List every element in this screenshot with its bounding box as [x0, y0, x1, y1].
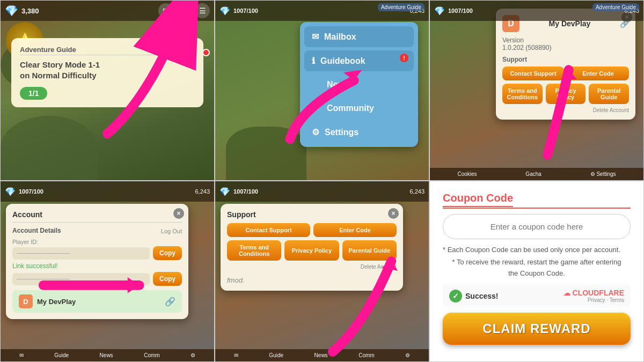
- enter-code-button[interactable]: Enter Code: [567, 67, 629, 80]
- p5-guide-link[interactable]: Guide: [269, 352, 283, 358]
- success-badge: ✓ Success!: [449, 290, 498, 302]
- claim-reward-button[interactable]: CLAIM REWARD: [443, 313, 631, 345]
- panel-menu: 💎 1007/100 6,243 Adventure Guide ✉ Mailb…: [215, 0, 429, 181]
- success-row: ✓ Success! ☁ CLOUDFLARE Privacy · Terms: [443, 284, 631, 307]
- p4-news-link[interactable]: News: [100, 352, 113, 358]
- news-menu-item[interactable]: News: [304, 75, 414, 95]
- cloudflare-block: ☁ CLOUDFLARE Privacy · Terms: [564, 289, 624, 303]
- parental-btn2[interactable]: Parental Guide: [342, 240, 397, 261]
- panel5-bottom-bar: ✉ Guide News Comm ⚙: [215, 349, 429, 361]
- delete-account-link[interactable]: Delete Account: [502, 107, 629, 113]
- coupon-title: Coupon Code: [443, 192, 513, 207]
- p5-mail-icon[interactable]: ✉: [234, 352, 238, 358]
- privacy-link[interactable]: Privacy: [588, 297, 605, 303]
- terms-btn2[interactable]: Terms and Conditions: [227, 240, 281, 261]
- terms-button[interactable]: Terms and Conditions: [502, 84, 543, 104]
- copy-linked-button[interactable]: Copy: [153, 272, 182, 286]
- contact-support-btn[interactable]: Contact Support: [227, 223, 310, 237]
- fmod-logo: fmod.: [227, 276, 397, 284]
- coupon-note1: * Each Coupon Code can be used only once…: [443, 245, 631, 256]
- coupon-input[interactable]: [443, 214, 631, 239]
- community-menu-item[interactable]: Community: [304, 98, 414, 119]
- logout-link[interactable]: Log Out: [161, 228, 182, 234]
- devplay-link-row[interactable]: D My DevPlay 🔗: [12, 290, 182, 313]
- cookies-link[interactable]: Cookies: [457, 171, 477, 177]
- gacha-link[interactable]: Gacha: [525, 171, 541, 177]
- info-icon: ℹ: [312, 56, 315, 66]
- support-modal-row1: Contact Support Enter Code: [227, 223, 397, 237]
- account-modal-title: Account: [12, 210, 182, 219]
- player-id-label: Player ID:: [12, 239, 182, 245]
- adv-guide3: Adventure Guide: [592, 2, 639, 11]
- adv-guide-text: Adventure Guide: [378, 2, 425, 11]
- panel4-header: 💎 1007/100 6,243: [1, 181, 214, 202]
- panel-account: 💎 1007/100 6,243 × Account Account Detai…: [0, 181, 215, 362]
- mail-icon2: ✉: [312, 32, 319, 42]
- devplay-label: My DevPlay: [37, 298, 160, 306]
- account-modal: × Account Account Details Log Out Player…: [6, 204, 188, 319]
- p5-news-link[interactable]: News: [314, 352, 328, 358]
- enter-code-btn[interactable]: Enter Code: [313, 223, 397, 237]
- panel-adventure-guide: 💎 3,380 ✉ 📢 ☰ ⭐ Adventure Guide Clear St…: [0, 0, 215, 181]
- delete-account-link2[interactable]: Delete Account: [227, 264, 397, 270]
- support-modal-title: Support: [227, 210, 397, 219]
- menu-icon[interactable]: ☰: [195, 3, 210, 18]
- guidebook-menu-item[interactable]: ℹ Guidebook !: [304, 50, 414, 71]
- p5-comm-link[interactable]: Comm: [358, 352, 374, 358]
- copy-id-button[interactable]: Copy: [153, 246, 182, 260]
- player-id-input[interactable]: [12, 247, 150, 260]
- privacy-button[interactable]: Privacy Policy: [546, 84, 586, 104]
- link-success-text: Link successful!: [12, 262, 182, 270]
- p5-settings-link[interactable]: ⚙: [405, 352, 410, 358]
- settings-menu-item[interactable]: ⚙ Settings: [304, 122, 414, 143]
- panel-support: 💎 1007/100 6,243 × Support Contact Suppo…: [215, 181, 429, 362]
- mailbox-menu-item[interactable]: ✉ Mailbox: [304, 26, 414, 47]
- cf-links: Privacy · Terms: [564, 297, 624, 303]
- p4-guide-link[interactable]: Guide: [54, 352, 69, 358]
- p4-mail-icon[interactable]: ✉: [19, 352, 24, 358]
- gem-icon4: 💎: [5, 187, 16, 197]
- support-modal-row2: Terms and Conditions Privacy Policy Pare…: [227, 240, 397, 261]
- gem-icon2: 💎: [219, 6, 230, 16]
- panel-coupon: Coupon Code * Each Coupon Code can be us…: [429, 181, 644, 362]
- support-modal: × Support Contact Support Enter Code Ter…: [221, 204, 403, 291]
- panel4-bottom-bar: ✉ Guide News Comm ⚙: [1, 349, 214, 361]
- panel3-header: 💎 1007/100 6,243 Adventure Guide: [430, 1, 643, 21]
- account-details-label: Account Details: [12, 227, 61, 234]
- currency4: 1007/100: [19, 188, 43, 195]
- menu-popup: ✉ Mailbox ℹ Guidebook ! News Community ⚙…: [300, 22, 418, 147]
- contact-support-button[interactable]: Contact Support: [502, 67, 564, 80]
- notification-dot: [188, 2, 193, 7]
- progress-badge: 1/1: [20, 87, 47, 100]
- close-support-button[interactable]: ×: [388, 208, 399, 219]
- p4-settings-link[interactable]: ⚙: [191, 352, 195, 358]
- linked-account-row: Copy: [12, 272, 182, 286]
- cloudflare-logo: ☁ CLOUDFLARE: [564, 289, 624, 297]
- guidebook-badge: !: [400, 54, 408, 62]
- currency3: 1007/100: [448, 8, 473, 14]
- version-text: Version 1.0.202 (508890): [502, 36, 629, 51]
- settings-link[interactable]: ⚙ Settings: [590, 171, 616, 177]
- success-check-icon: ✓: [449, 290, 462, 302]
- close-account-button[interactable]: ×: [173, 208, 184, 219]
- mail-icon[interactable]: ✉: [158, 3, 173, 18]
- p4-comm-link[interactable]: Comm: [144, 352, 159, 358]
- chain-icon: 🔗: [165, 297, 175, 307]
- currency5: 1007/100: [233, 188, 258, 195]
- score5: 6,243: [409, 188, 425, 195]
- panel5-header: 💎 1007/100 6,243: [215, 181, 429, 202]
- devplay-small-logo: D: [19, 294, 33, 308]
- coupon-note2: * To receive the reward, restart the gam…: [443, 257, 631, 279]
- panel-devplay: 💎 1007/100 6,243 Adventure Guide × D My …: [429, 0, 644, 181]
- linked-input[interactable]: [12, 273, 150, 285]
- score4: 6,243: [195, 188, 210, 195]
- parental-guide-button[interactable]: Parental Guide: [589, 84, 629, 104]
- currency2: 1007/100: [233, 8, 258, 14]
- red-status-dot: [202, 49, 210, 56]
- gem-icon: 💎: [5, 4, 18, 17]
- support-btn-row1: Contact Support Enter Code: [502, 67, 629, 80]
- terms-link[interactable]: Terms: [610, 297, 624, 303]
- panel2-header: 💎 1007/100 6,243 Adventure Guide: [215, 1, 429, 21]
- gem-icon3: 💎: [434, 6, 445, 16]
- privacy-btn2[interactable]: Privacy Policy: [284, 240, 339, 261]
